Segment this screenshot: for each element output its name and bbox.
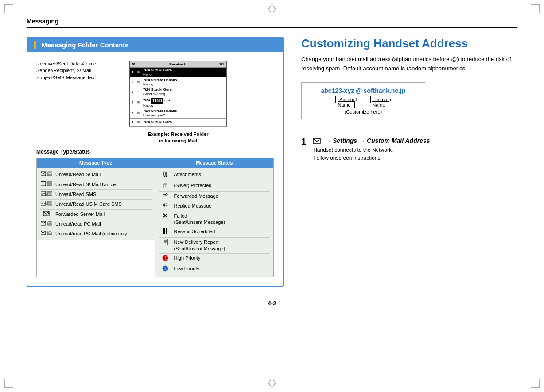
domain-name-label: DomainName — [370, 97, 391, 108]
phone-row-2: 2 ✉ 7/24 Shirato Hanako Happy — [130, 77, 226, 87]
phone-header-icon: ✉ — [132, 62, 135, 66]
right-title: Customizing Handset Address — [301, 37, 517, 50]
list-item: SMS/SMS Unread/Read SMS — [40, 190, 152, 200]
svg-text:!: ! — [164, 256, 166, 261]
address-box-wrapper: abc123-xyz @ softbank.ne.jp AccountName … — [301, 82, 517, 128]
unread-mail-icon: / — [40, 171, 53, 178]
list-item: (Silver) Protected — [159, 181, 270, 192]
row-content-3: 7/24 Suzuki Goro Good evening — [143, 88, 225, 96]
example-label: Example: Received Folderin Incoming Mail — [129, 131, 227, 145]
msg-status-text-2: (Silver) Protected — [174, 182, 270, 188]
row-icon-4: ✉ — [137, 100, 142, 104]
crosshair-bottom — [268, 379, 276, 388]
msg-type-text-5: Forwarded Server Mail — [55, 211, 152, 217]
title-accent-bar — [34, 41, 36, 49]
svg-rect-13 — [41, 182, 46, 186]
msg-type-text-2: Unread/Read S! Mail Notice — [55, 181, 152, 188]
preview-area: Received/Sent Date & Time, Sender/Recipi… — [27, 52, 283, 286]
list-item: ↓ Low Priority — [159, 264, 270, 274]
row-content-5: 7/24 Shirato Hanako How are you? — [143, 109, 225, 117]
resend-scheduled-icon — [159, 228, 171, 236]
preview-annotation: Received/Sent Date & Time, Sender/Recipi… — [36, 61, 120, 81]
customize-note: (Customize here) — [309, 109, 418, 115]
tbd-label: TBD — [151, 98, 164, 104]
step-1-row: 1 → Settings → Custom Mail Address Hands… — [301, 137, 517, 162]
list-item: New Delivery Report(Sent/Unsent Message) — [159, 238, 270, 254]
corner-decoration-bl — [4, 379, 13, 388]
delivery-report-icon — [159, 239, 171, 246]
failed-icon — [159, 213, 171, 219]
forwarded-message-icon — [159, 193, 171, 200]
row-num-2: 2 — [132, 80, 136, 84]
unread-mail-notice-icon: / — [40, 181, 53, 188]
row-content-1: 7/24 Suzuki Goro He lo — [143, 68, 225, 77]
phone-header-label: Received — [169, 62, 185, 66]
msg-type-text-1: Unread/Read S! Mail — [55, 171, 152, 177]
step-content: → Settings → Custom Mail Address Handset… — [313, 137, 517, 162]
svg-rect-16 — [47, 182, 52, 186]
list-item: Forwarded Server Mail — [40, 210, 152, 219]
list-item: ! High Priority — [159, 254, 270, 264]
page-header: Messaging — [27, 18, 517, 28]
msg-status-col: Message Status Attachments — [155, 158, 274, 276]
list-item: Replied Message — [159, 201, 270, 211]
msg-type-col-header: Message Type — [37, 158, 155, 168]
row-line1-5: 7/24 Shirato Hanako — [143, 109, 225, 113]
phone-row-6: 6 ✉ 7/24 Suzuki Goro — [130, 119, 226, 127]
phone-screen: ✉ Received 1/1 1 ✉ 7/24 Suzuki Goro He — [129, 61, 227, 127]
row-icon-2: ✉ — [137, 80, 142, 84]
row-line1-4: 7/24 TBD aro — [143, 98, 225, 104]
msg-type-status-section: Message Type/Status Message Type / — [36, 144, 274, 281]
row-line2-2: Happy — [143, 82, 225, 87]
list-item: Resend Scheduled — [159, 227, 270, 238]
row-line1-2: 7/24 Shirato Hanako — [143, 78, 225, 82]
msg-type-text-7: Unread/read PC Mail (notice only) — [55, 231, 152, 237]
svg-text:USIM: USIM — [48, 202, 53, 205]
msg-type-col: Message Type / Unread/Read S! Mail — [37, 158, 155, 276]
main-layout: Messaging Folder Contents Received/Sent … — [27, 37, 517, 287]
row-content-4: 7/24 TBD aro Happy — [143, 98, 225, 108]
row-line2-3: Good evening — [143, 92, 225, 96]
replied-message-icon — [159, 203, 171, 209]
row-line1-6: 7/24 Suzuki Goro — [143, 120, 225, 124]
svg-text:SMS: SMS — [48, 192, 52, 195]
row-num-6: 6 — [132, 120, 136, 124]
unread-pc-mail-notice-icon: / — [40, 231, 53, 237]
example-label-text: Example: Received Folderin Incoming Mail — [148, 131, 209, 143]
step-instruction: → Settings → Custom Mail Address — [313, 137, 517, 144]
phone-row-5: 5 ✉ 7/24 Shirato Hanako How are you? — [130, 108, 226, 118]
svg-rect-41 — [166, 228, 167, 234]
corner-decoration-tr — [531, 4, 540, 13]
right-column: Customizing Handset Address Change your … — [301, 37, 517, 162]
msg-status-col-body: Attachments (Silver) Protected — [155, 168, 274, 276]
phone-row-1: 1 ✉ 7/24 Suzuki Goro He lo — [130, 68, 226, 77]
section-title-bar: Messaging Folder Contents — [27, 38, 283, 52]
row-num-4: 4 — [132, 100, 136, 104]
row-num-1: 1 — [132, 70, 136, 74]
row-num-5: 5 — [132, 111, 136, 115]
msg-status-text-5: Failed(Sent/Unsent Message) — [174, 213, 270, 226]
section-title-text: Messaging Folder Contents — [42, 41, 129, 49]
msg-table: Message Type / Unread/Read S! Mail — [36, 158, 274, 277]
page-number: 4-2 — [27, 300, 517, 307]
row-line2-1: He lo — [143, 73, 225, 77]
msg-type-text-6: Unread/read PC Mail — [55, 221, 152, 227]
row-line1-3: 7/24 Suzuki Goro — [143, 88, 225, 92]
list-item: / Unread/Read S! Mail Notice — [40, 180, 152, 190]
row-content-2: 7/24 Shirato Hanako Happy — [143, 78, 225, 86]
attachments-icon — [159, 171, 171, 179]
list-item: / Unread/read PC Mail (notice only) — [40, 229, 152, 238]
step-number: 1 — [301, 137, 306, 146]
step-description: Handset connects to the Network. Follow … — [313, 146, 517, 162]
annotation-text: Received/Sent Date & Time, Sender/Recipi… — [36, 61, 97, 80]
list-item: Attachments — [159, 170, 270, 181]
msg-status-text-1: Attachments — [174, 171, 270, 177]
page-title: Messaging — [27, 18, 58, 25]
row-icon-6: ✉ — [137, 120, 142, 124]
row-line1-1: 7/24 Suzuki Goro — [143, 68, 225, 73]
protected-icon — [159, 182, 171, 190]
row-icon-3: ↩ — [137, 90, 142, 94]
row-line2-4: Happy — [143, 104, 225, 108]
high-priority-icon: ! — [159, 255, 171, 262]
list-item: USIM/USIM Unread/Read USIM Card SMS — [40, 200, 152, 209]
